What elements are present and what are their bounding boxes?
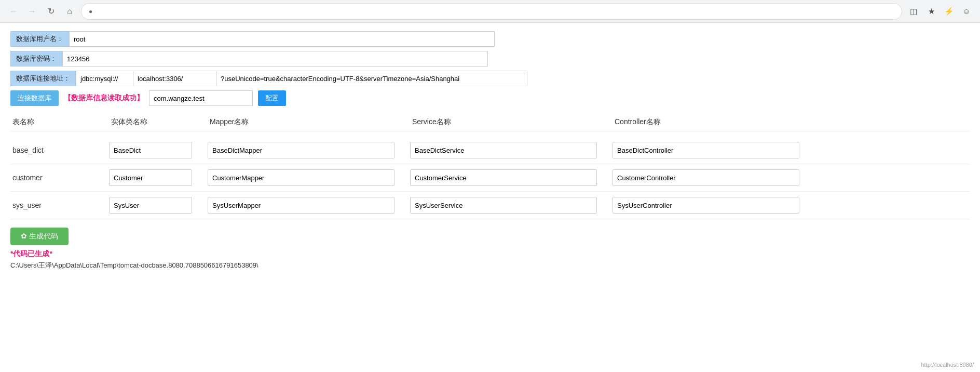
url-input[interactable]: localhost:8080: [96, 7, 894, 16]
db-password-label: 数据库密码：: [10, 51, 62, 67]
col-header-entity: 实体类名称: [109, 117, 208, 127]
table-row: base_dict: [10, 137, 970, 164]
col-header-table-name: 表名称: [10, 117, 109, 127]
address-bar: ● localhost:8080: [81, 3, 902, 20]
db-username-label: 数据库用户名：: [10, 31, 69, 47]
chrome-icons: ◫ ★ ⚡ ☺: [906, 4, 974, 19]
db-password-row: 数据库密码：: [10, 51, 970, 67]
row-entity-cell: [109, 197, 208, 214]
package-name-input[interactable]: [149, 90, 253, 106]
account-icon[interactable]: ☺: [959, 4, 974, 19]
row-controller-cell: [612, 142, 970, 158]
row-table-name: sys_user: [10, 201, 109, 209]
row-mapper-cell: [208, 142, 410, 158]
row-controller-input[interactable]: [612, 169, 799, 186]
row-service-input[interactable]: [410, 197, 597, 214]
table-row: sys_user: [10, 192, 970, 219]
row-controller-input[interactable]: [612, 197, 799, 214]
forward-button[interactable]: →: [25, 4, 39, 19]
db-username-row: 数据库用户名：: [10, 31, 970, 47]
generate-code-button[interactable]: ✿ 生成代码: [10, 228, 69, 245]
row-mapper-input[interactable]: [208, 142, 394, 158]
success-message: 【数据库信息读取成功】: [64, 94, 144, 103]
generated-path: C:\Users\王泽\AppData\Local\Temp\tomcat-do…: [10, 261, 970, 270]
db-url-row: 数据库连接地址：: [10, 71, 970, 86]
db-url-label: 数据库连接地址：: [10, 71, 76, 86]
reload-button[interactable]: ↻: [44, 4, 58, 19]
back-button[interactable]: ←: [6, 4, 21, 19]
home-button[interactable]: ⌂: [62, 4, 77, 19]
browser-chrome: ← → ↻ ⌂ ● localhost:8080 ◫ ★ ⚡ ☺: [0, 0, 980, 23]
extensions-icon[interactable]: ⚡: [942, 4, 956, 19]
row-mapper-input[interactable]: [208, 197, 394, 214]
row-service-cell: [410, 142, 612, 158]
bookmark-icon[interactable]: ★: [924, 4, 938, 19]
row-controller-cell: [612, 197, 970, 214]
row-service-input[interactable]: [410, 142, 597, 158]
row-controller-cell: [612, 169, 970, 186]
generated-status: *代码已生成*: [10, 249, 970, 259]
row-entity-input[interactable]: [109, 169, 192, 186]
jdbc-prefix-input[interactable]: [76, 71, 133, 86]
row-mapper-input[interactable]: [208, 169, 394, 186]
row-service-cell: [410, 169, 612, 186]
row-entity-input[interactable]: [109, 197, 192, 214]
row-mapper-cell: [208, 197, 410, 214]
row-controller-input[interactable]: [612, 142, 799, 158]
page-content: 数据库用户名： 数据库密码： 数据库连接地址： 连接数据库 【数据库信息读取成功…: [0, 23, 980, 372]
row-service-cell: [410, 197, 612, 214]
config-button[interactable]: 配置: [258, 90, 286, 106]
row-entity-input[interactable]: [109, 142, 192, 158]
row-table-name: base_dict: [10, 146, 109, 154]
screen-share-icon[interactable]: ◫: [906, 4, 921, 19]
row-table-name: customer: [10, 174, 109, 182]
connect-db-button[interactable]: 连接数据库: [10, 90, 59, 106]
row-mapper-cell: [208, 169, 410, 186]
bottom-hint: http://localhost:8080/: [921, 362, 974, 368]
db-password-input[interactable]: [62, 51, 488, 67]
lock-icon: ●: [89, 8, 92, 15]
connect-row: 连接数据库 【数据库信息读取成功】 配置: [10, 90, 970, 106]
rows-container: base_dict customer sys_user: [10, 137, 970, 219]
row-entity-cell: [109, 142, 208, 158]
col-header-service: Service名称: [410, 117, 612, 127]
row-entity-cell: [109, 169, 208, 186]
jdbc-params-input[interactable]: [216, 71, 527, 86]
table-headers: 表名称 实体类名称 Mapper名称 Service名称 Controller名…: [10, 113, 970, 131]
col-header-controller: Controller名称: [612, 117, 970, 127]
row-service-input[interactable]: [410, 169, 597, 186]
db-username-input[interactable]: [69, 31, 495, 47]
table-row: customer: [10, 164, 970, 192]
col-header-mapper: Mapper名称: [208, 117, 410, 127]
jdbc-host-input[interactable]: [133, 71, 216, 86]
